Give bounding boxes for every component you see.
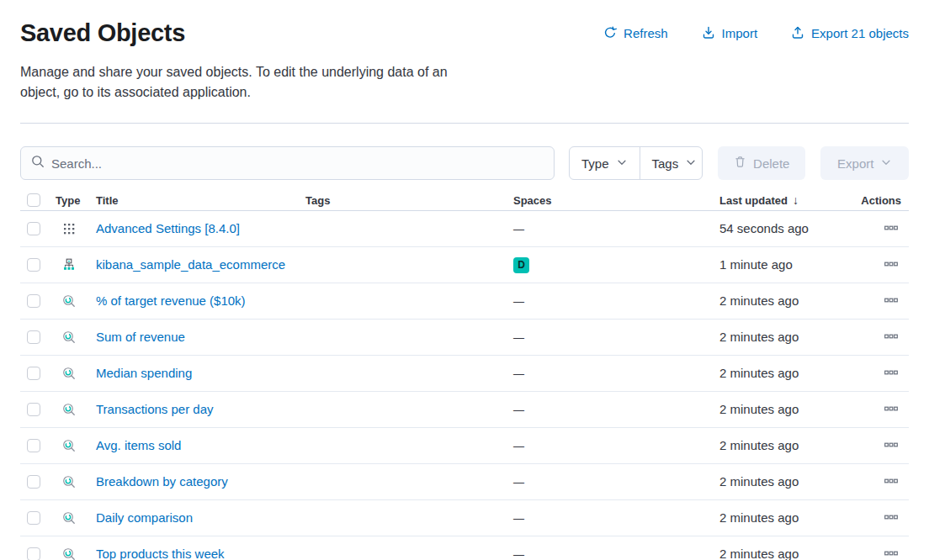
last-updated-sort[interactable]: Last updated ↓ bbox=[719, 193, 799, 207]
lens-icon bbox=[62, 367, 76, 380]
row-spaces-cell: — bbox=[513, 438, 719, 453]
import-label: Import bbox=[722, 26, 758, 40]
row-actions-button[interactable] bbox=[881, 254, 901, 277]
header-actions: Refresh Import Export 21 objects bbox=[570, 26, 909, 40]
saved-object-title-link[interactable]: Advanced Settings [8.4.0] bbox=[96, 221, 240, 235]
row-checkbox[interactable] bbox=[27, 547, 40, 560]
row-last-updated: 2 minutes ago bbox=[719, 366, 799, 380]
empty-spaces-dash: — bbox=[513, 223, 524, 235]
row-checkbox[interactable] bbox=[27, 258, 40, 272]
row-checkbox[interactable] bbox=[27, 330, 40, 344]
header-divider bbox=[20, 123, 909, 124]
export-selected-label: Export bbox=[837, 156, 873, 171]
boxes-horizontal-icon bbox=[884, 438, 898, 454]
row-spaces-cell: — bbox=[513, 474, 719, 489]
saved-object-title-link[interactable]: % of target revenue ($10k) bbox=[96, 293, 246, 308]
row-last-updated: 2 minutes ago bbox=[719, 402, 799, 416]
row-actions-button[interactable] bbox=[881, 218, 901, 240]
last-updated-column-header: Last updated ↓ bbox=[719, 193, 858, 207]
row-spaces-cell: — bbox=[513, 366, 719, 381]
row-actions-button[interactable] bbox=[881, 507, 901, 530]
saved-object-title-link[interactable]: Daily comparison bbox=[96, 510, 193, 525]
boxes-horizontal-icon bbox=[884, 330, 898, 346]
row-checkbox[interactable] bbox=[27, 439, 40, 452]
saved-object-title-link[interactable]: Top products this week bbox=[96, 547, 225, 560]
row-actions-button[interactable] bbox=[881, 290, 901, 313]
refresh-icon bbox=[603, 26, 617, 40]
saved-object-title-link[interactable]: Median spending bbox=[96, 366, 192, 380]
row-actions-button[interactable] bbox=[881, 362, 901, 385]
delete-button[interactable]: Delete bbox=[718, 146, 806, 180]
lens-icon bbox=[62, 330, 76, 344]
search-box bbox=[20, 146, 555, 180]
row-checkbox[interactable] bbox=[27, 475, 40, 489]
saved-object-title-link[interactable]: Transactions per day bbox=[96, 402, 214, 416]
export-selected-button[interactable]: Export bbox=[820, 146, 909, 180]
row-last-updated: 2 minutes ago bbox=[719, 474, 799, 489]
row-last-updated: 2 minutes ago bbox=[719, 293, 799, 308]
boxes-horizontal-icon bbox=[884, 510, 898, 526]
last-updated-label: Last updated bbox=[719, 194, 788, 207]
grid-icon bbox=[62, 222, 76, 235]
chevron-down-icon bbox=[685, 156, 697, 171]
empty-spaces-dash: — bbox=[513, 512, 524, 525]
saved-object-title-link[interactable]: Breakdown by category bbox=[96, 474, 228, 489]
tags-filter-button[interactable]: Tags bbox=[640, 147, 703, 179]
table-row: kibana_sample_data_ecommerce D 1 minute … bbox=[20, 247, 909, 283]
saved-objects-table: Type Title Tags Spaces Last updated ↓ Ac… bbox=[20, 190, 909, 560]
type-column-header: Type bbox=[56, 194, 82, 207]
select-all-checkbox[interactable] bbox=[27, 193, 40, 207]
refresh-button[interactable]: Refresh bbox=[603, 26, 668, 40]
row-spaces-cell: — bbox=[513, 293, 719, 309]
lens-icon bbox=[62, 547, 76, 560]
row-checkbox[interactable] bbox=[27, 511, 40, 525]
controls-bar: Type Tags Delete Export bbox=[20, 146, 909, 180]
import-icon bbox=[702, 26, 715, 40]
empty-spaces-dash: — bbox=[513, 331, 524, 344]
page-title: Saved Objects bbox=[20, 18, 185, 47]
lens-icon bbox=[62, 511, 76, 525]
export-all-button[interactable]: Export 21 objects bbox=[791, 26, 909, 40]
row-actions-button[interactable] bbox=[881, 543, 901, 560]
row-actions-button[interactable] bbox=[881, 326, 901, 349]
boxes-horizontal-icon bbox=[884, 257, 898, 273]
row-checkbox[interactable] bbox=[27, 403, 40, 416]
row-checkbox[interactable] bbox=[27, 294, 40, 308]
search-input[interactable] bbox=[51, 156, 544, 171]
table-header-row: Type Title Tags Spaces Last updated ↓ Ac… bbox=[20, 190, 909, 211]
empty-spaces-dash: — bbox=[513, 548, 524, 560]
page-description: Manage and share your saved objects. To … bbox=[20, 62, 481, 103]
row-checkbox[interactable] bbox=[27, 367, 40, 380]
empty-spaces-dash: — bbox=[513, 367, 524, 380]
page-header: Saved Objects Refresh Import Export 21 o… bbox=[20, 0, 909, 47]
table-row: Avg. items sold — 2 minutes ago bbox=[20, 428, 909, 464]
type-filter-button[interactable]: Type bbox=[570, 147, 640, 179]
empty-spaces-dash: — bbox=[513, 404, 524, 416]
row-spaces-cell: D bbox=[513, 256, 719, 273]
saved-object-title-link[interactable]: kibana_sample_data_ecommerce bbox=[96, 257, 285, 272]
row-last-updated: 2 minutes ago bbox=[719, 510, 799, 525]
import-button[interactable]: Import bbox=[702, 26, 758, 40]
row-actions-button[interactable] bbox=[881, 435, 901, 457]
empty-spaces-dash: — bbox=[513, 440, 524, 452]
index-pattern-icon bbox=[62, 258, 76, 272]
chevron-down-icon bbox=[616, 156, 628, 171]
saved-object-title-link[interactable]: Avg. items sold bbox=[96, 438, 181, 452]
table-row: Median spending — 2 minutes ago bbox=[20, 356, 909, 392]
saved-object-title-link[interactable]: Sum of revenue bbox=[96, 330, 185, 344]
search-icon bbox=[31, 155, 45, 172]
boxes-horizontal-icon bbox=[884, 221, 898, 237]
row-last-updated: 1 minute ago bbox=[719, 257, 793, 272]
delete-label: Delete bbox=[753, 156, 789, 171]
row-actions-button[interactable] bbox=[881, 471, 901, 494]
saved-objects-page: Saved Objects Refresh Import Export 21 o… bbox=[0, 0, 929, 560]
lens-icon bbox=[62, 475, 76, 489]
boxes-horizontal-icon bbox=[884, 293, 898, 309]
row-checkbox[interactable] bbox=[27, 222, 40, 235]
lens-icon bbox=[62, 403, 76, 416]
title-column-header: Title bbox=[82, 194, 305, 207]
tags-filter-label: Tags bbox=[652, 156, 679, 171]
lens-icon bbox=[62, 294, 76, 308]
row-actions-button[interactable] bbox=[881, 399, 901, 421]
boxes-horizontal-icon bbox=[884, 402, 898, 418]
